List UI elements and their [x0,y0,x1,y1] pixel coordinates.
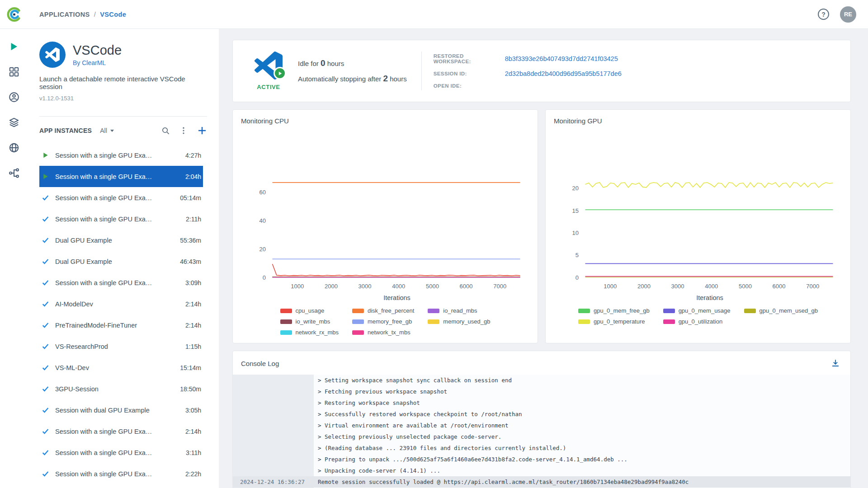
instance-duration: 2:04h [185,173,201,180]
idle-unit: hours [326,60,344,67]
log-message: > Successfully restored workspace checkp… [314,408,522,420]
list-item[interactable]: Session with a single GPU Exa…2:22h [39,463,203,484]
check-icon [42,343,49,350]
legend-item[interactable]: gpu_0_mem_used_gb [744,307,818,314]
list-item[interactable]: Session with a single GPU Exa…3:11h [39,442,203,463]
legend-item[interactable]: gpu_0_mem_usage [663,307,731,314]
reports-icon[interactable] [8,142,20,154]
byline-link[interactable]: By ClearML [73,59,122,66]
check-icon [42,258,49,265]
dashboard-icon[interactable] [8,66,20,78]
stop-unit: hours [388,75,407,83]
list-item[interactable]: VS-ML-Dev15:14m [39,357,203,378]
list-item[interactable]: AI-ModelDev2:14h [39,293,203,314]
log-timestamp [233,408,314,420]
main-content: ACTIVE Idle for 0 hours Automatically st… [219,29,868,488]
instance-duration: 1:15h [185,343,201,350]
breadcrumb-separator: / [94,11,96,18]
instance-duration: 46:43m [180,258,201,265]
svg-text:3000: 3000 [671,283,684,290]
list-item[interactable]: Session with a single GPU Exa…2:04h [39,166,203,187]
svg-text:1000: 1000 [604,283,617,290]
legend-item[interactable]: gpu_0_mem_free_gb [578,307,650,314]
instance-duration: 2:14h [185,322,201,329]
legend-label: gpu_0_utilization [679,318,723,325]
legend-label: gpu_0_mem_free_gb [594,307,650,314]
clearml-logo[interactable] [0,7,28,22]
instance-name: Session with a single GPU Exa… [55,216,180,223]
download-icon[interactable] [830,358,840,368]
legend-item[interactable]: memory_used_gb [428,318,490,325]
legend-item[interactable]: io_write_mbs [280,318,339,325]
instance-name: Session with dual GPU Example [55,407,179,414]
instance-duration: 15:14m [180,364,201,371]
divider [421,52,422,90]
breadcrumb-applications[interactable]: APPLICATIONS [39,11,90,18]
list-item[interactable]: Dual GPU Example46:43m [39,251,203,272]
workers-icon[interactable] [8,91,20,103]
legend-item[interactable]: network_tx_mbs [352,329,414,336]
svg-text:7000: 7000 [806,283,819,290]
instance-name: Session with a single GPU Exa… [55,173,179,180]
restored-workspace-link[interactable]: 8b3f3393e26b407493d7dd2741f03425 [505,55,622,62]
instance-duration: 3:05h [185,407,201,414]
instance-name: Session with a single GPU Exa… [55,194,174,202]
session-id-link[interactable]: 2d32ba8ded2b400d96d95a95b5177de6 [505,70,622,77]
session-fields: RESTORED WORKSPACE: 8b3f3393e26b407493d7… [434,53,622,89]
add-instance-icon[interactable] [197,126,207,136]
kebab-menu-icon[interactable] [179,127,188,135]
instance-name: Session with a single GPU Exa… [55,428,179,435]
instance-list: Session with a single GPU Exa…4:27hSessi… [28,145,219,488]
instance-duration: 2:11h [186,216,201,223]
svg-text:Iterations: Iterations [696,294,723,301]
gpu-chart-title: Monitoring GPU [554,117,842,125]
console-log-line: > Fetching previous workspace snapshot [233,386,850,397]
applications-icon[interactable] [8,41,20,52]
legend-item[interactable]: cpu_usage [280,307,339,314]
gpu-chart-card: Monitoring GPU 0510152010002000300040005… [545,109,851,343]
page-title: VSCode [73,43,122,58]
legend-item[interactable]: network_rx_mbs [280,329,339,336]
legend-swatch [280,319,292,324]
log-timestamp [233,375,314,386]
search-icon[interactable] [161,127,170,135]
legend-label: network_tx_mbs [368,329,410,336]
list-item[interactable]: Session with a single GPU Exa…2:11h [39,208,203,230]
list-item[interactable]: Dual GPU Example55:36m [39,230,203,251]
console-log-area[interactable]: > Setting workspace snapshot sync callba… [233,375,850,488]
list-item[interactable]: PreTrainedModel-FineTuner2:14h [39,314,203,336]
open-ide-label: OPEN IDE: [434,83,497,89]
list-item[interactable]: Session with a single GPU Exa…2:14h [39,421,203,442]
list-item[interactable]: 3GPU-Session18:50m [39,378,203,399]
cpu-chart-title: Monitoring CPU [241,117,529,125]
console-log-line: > Unpacking code-server (4.14.1) ... [233,465,850,476]
instances-toolbar: APP INSTANCES All [28,117,219,145]
list-item[interactable]: Session with a single GPU Exa…4:27h [39,145,203,166]
instance-duration: 05:14m [180,194,201,202]
list-item[interactable]: Session with dual GPU Example3:05h [39,399,203,421]
avatar[interactable]: RE [840,6,856,23]
list-item[interactable]: VS-ResearchProd1:15h [39,336,203,357]
pipelines-icon[interactable] [8,167,20,179]
svg-text:20: 20 [259,246,266,253]
legend-item[interactable]: io_read_mbs [428,307,490,314]
list-item[interactable]: Session with a single GPU Exa…3:09h [39,272,203,293]
help-icon[interactable]: ? [818,9,829,20]
check-icon [42,470,49,478]
check-icon [42,406,49,414]
datasets-icon[interactable] [8,117,20,128]
instances-filter-dropdown[interactable]: All [100,127,114,134]
instance-name: Dual GPU Example [55,258,174,265]
log-message: > Selecting previously unselected packag… [314,431,501,442]
legend-item[interactable]: gpu_0_temperature [578,318,650,325]
legend-label: gpu_0_mem_used_gb [760,307,818,314]
instance-name: Session with a single GPU Exa… [55,152,179,159]
console-log-line: > Successfully restored workspace checkp… [233,408,850,420]
svg-text:6000: 6000 [460,283,473,290]
legend-swatch [744,309,756,313]
legend-item[interactable]: gpu_0_utilization [663,318,731,325]
console-rows: > Setting workspace snapshot sync callba… [233,375,850,488]
list-item[interactable]: Session with a single GPU Exa…05:14m [39,187,203,208]
legend-item[interactable]: memory_free_gb [352,318,414,325]
legend-item[interactable]: disk_free_percent [352,307,414,314]
